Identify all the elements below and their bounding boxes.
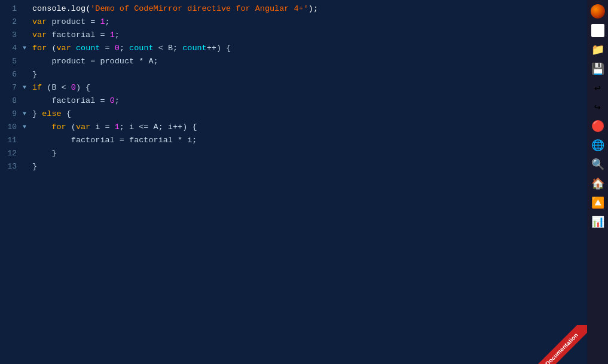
code-content: console.log('Demo of CodeMirror directiv… — [32, 2, 587, 16]
code-line: 2var product = 1; — [0, 16, 587, 29]
code-content: product = product * A; — [32, 55, 587, 68]
line-number: 6 — [0, 68, 23, 81]
line-number: 2 — [0, 16, 23, 29]
code-line: 13} — [0, 160, 587, 173]
code-line: 5 product = product * A; — [0, 55, 587, 68]
fold-arrow[interactable]: ▼ — [23, 81, 32, 94]
code-content: for (var i = 1; i <= A; i++) { — [32, 121, 587, 134]
code-line: 3var factorial = 1; — [0, 29, 587, 42]
code-line: 4▼for (var count = 0; count < B; count++… — [0, 42, 587, 55]
line-number: 5 — [0, 55, 23, 68]
code-line: 10▼ for (var i = 1; i <= A; i++) { — [0, 121, 587, 134]
stop-button[interactable]: 🔴 — [589, 117, 607, 135]
fold-arrow[interactable]: ▼ — [23, 42, 32, 55]
code-content: var factorial = 1; — [32, 29, 587, 42]
code-content: } — [32, 147, 587, 160]
code-line: 11 factorial = factorial * i; — [0, 134, 587, 147]
color-sphere-button[interactable] — [589, 2, 607, 20]
line-number: 12 — [0, 147, 23, 160]
line-number: 7 — [0, 81, 23, 94]
code-content: var product = 1; — [32, 16, 587, 29]
line-number: 4 — [0, 42, 23, 55]
search-button[interactable]: 🔍 — [589, 155, 607, 173]
code-content: if (B < 0) { — [32, 81, 587, 94]
arrow-up-button[interactable]: 🔼 — [589, 194, 607, 212]
code-content: } — [32, 160, 587, 173]
home-button[interactable]: 🏠 — [589, 175, 607, 192]
undo-button[interactable]: ↩ — [589, 79, 607, 97]
white-square-button[interactable] — [589, 22, 607, 39]
redo-button[interactable]: ↪ — [589, 98, 607, 116]
code-editor[interactable]: 1console.log('Demo of CodeMirror directi… — [0, 0, 587, 364]
line-number: 13 — [0, 160, 23, 173]
code-content: } else { — [32, 108, 587, 121]
code-line: 9▼} else { — [0, 108, 587, 121]
line-number: 1 — [0, 2, 23, 16]
floppy-button[interactable]: 💾 — [589, 60, 607, 78]
globe-button[interactable]: 🌐 — [589, 136, 607, 154]
fold-arrow[interactable]: ▼ — [23, 108, 32, 121]
code-lines: 1console.log('Demo of CodeMirror directi… — [0, 0, 587, 176]
code-line: 8 factorial = 0; — [0, 94, 587, 108]
code-line: 6} — [0, 68, 587, 81]
line-number: 8 — [0, 94, 23, 108]
code-line: 7▼if (B < 0) { — [0, 81, 587, 94]
code-content: for (var count = 0; count < B; count++) … — [32, 42, 587, 55]
line-number: 3 — [0, 29, 23, 42]
line-number: 10 — [0, 121, 23, 134]
code-line: 12 } — [0, 147, 587, 160]
fold-arrow[interactable]: ▼ — [23, 121, 32, 134]
line-number: 9 — [0, 108, 23, 121]
code-content: factorial = factorial * i; — [32, 134, 587, 147]
code-content: factorial = 0; — [32, 94, 587, 108]
folder-button[interactable]: 📁 — [589, 41, 607, 59]
code-line: 1console.log('Demo of CodeMirror directi… — [0, 2, 587, 16]
sidebar: 📁💾↩↪🔴🌐🔍🏠🔼📊 — [587, 0, 608, 364]
code-content: } — [32, 68, 587, 81]
line-number: 11 — [0, 134, 23, 147]
excel-button[interactable]: 📊 — [589, 213, 607, 231]
